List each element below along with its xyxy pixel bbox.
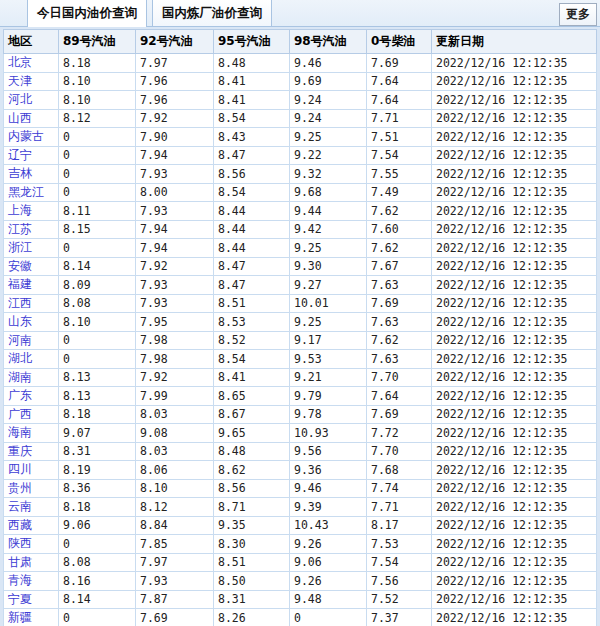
price-cell-92: 7.97 (136, 54, 214, 73)
table-row: 海南9.079.089.6510.937.722022/12/16 12:12:… (4, 424, 597, 443)
price-cell-92: 7.85 (136, 535, 214, 554)
update-date-cell: 2022/12/16 12:12:35 (432, 313, 597, 332)
region-link[interactable]: 湖南 (8, 370, 32, 384)
table-row: 湖南8.137.928.419.217.702022/12/16 12:12:3… (4, 368, 597, 387)
price-cell-89: 0 (59, 331, 136, 350)
region-link[interactable]: 黑龙江 (8, 185, 44, 199)
price-cell-95: 8.51 (214, 294, 290, 313)
price-cell-89: 8.10 (59, 72, 136, 91)
price-cell-89: 0 (59, 535, 136, 554)
region-link[interactable]: 青海 (8, 573, 32, 587)
table-row: 广东8.137.998.659.797.642022/12/16 12:12:3… (4, 387, 597, 406)
price-cell-98: 9.32 (290, 165, 367, 184)
column-header-update-date: 更新日期 (432, 30, 597, 54)
region-link[interactable]: 天津 (8, 74, 32, 88)
price-cell-89: 8.09 (59, 276, 136, 295)
region-link[interactable]: 江苏 (8, 222, 32, 236)
price-cell-98: 9.25 (290, 128, 367, 147)
price-cell-98: 9.26 (290, 535, 367, 554)
region-link[interactable]: 河南 (8, 333, 32, 347)
region-link[interactable]: 湖北 (8, 351, 32, 365)
price-cell-diesel0: 7.60 (367, 220, 432, 239)
price-cell-89: 0 (59, 350, 136, 369)
oil-price-table: 地区 89号汽油 92号汽油 95号汽油 98号汽油 0号柴油 更新日期 北京8… (3, 29, 597, 626)
region-link[interactable]: 海南 (8, 425, 32, 439)
update-date-cell: 2022/12/16 12:12:35 (432, 202, 597, 221)
price-cell-95: 8.67 (214, 405, 290, 424)
region-link[interactable]: 江西 (8, 296, 32, 310)
price-cell-89: 8.15 (59, 220, 136, 239)
price-cell-98: 9.44 (290, 202, 367, 221)
price-cell-89: 8.11 (59, 202, 136, 221)
region-link[interactable]: 西藏 (8, 518, 32, 532)
price-cell-98: 10.93 (290, 424, 367, 443)
region-cell: 福建 (4, 276, 59, 295)
price-cell-89: 8.31 (59, 442, 136, 461)
more-link[interactable]: 更多 (559, 3, 597, 26)
region-link[interactable]: 安徽 (8, 259, 32, 273)
update-date-cell: 2022/12/16 12:12:35 (432, 479, 597, 498)
region-link[interactable]: 重庆 (8, 444, 32, 458)
price-cell-98: 10.01 (290, 294, 367, 313)
region-link[interactable]: 新疆 (8, 610, 32, 624)
update-date-cell: 2022/12/16 12:12:35 (432, 535, 597, 554)
table-row: 云南8.188.128.719.397.712022/12/16 12:12:3… (4, 498, 597, 517)
region-link[interactable]: 宁夏 (8, 592, 32, 606)
region-cell: 天津 (4, 72, 59, 91)
price-cell-89: 8.08 (59, 553, 136, 572)
region-link[interactable]: 上海 (8, 203, 32, 217)
region-link[interactable]: 河北 (8, 92, 32, 106)
region-link[interactable]: 广东 (8, 388, 32, 402)
price-cell-diesel0: 7.49 (367, 183, 432, 202)
tab-domestic-refinery-oil-price[interactable]: 国内炼厂油价查询 (152, 0, 272, 26)
price-cell-95: 8.51 (214, 553, 290, 572)
region-link[interactable]: 陕西 (8, 536, 32, 550)
update-date-cell: 2022/12/16 12:12:35 (432, 350, 597, 369)
update-date-cell: 2022/12/16 12:12:35 (432, 54, 597, 73)
price-cell-89: 8.13 (59, 387, 136, 406)
region-link[interactable]: 北京 (8, 55, 32, 69)
price-cell-98: 9.24 (290, 109, 367, 128)
price-cell-95: 8.52 (214, 331, 290, 350)
region-link[interactable]: 福建 (8, 277, 32, 291)
region-link[interactable]: 广西 (8, 407, 32, 421)
region-cell: 重庆 (4, 442, 59, 461)
column-header-region: 地区 (4, 30, 59, 54)
region-link[interactable]: 内蒙古 (8, 129, 44, 143)
region-link[interactable]: 山西 (8, 111, 32, 125)
update-date-cell: 2022/12/16 12:12:35 (432, 220, 597, 239)
region-link[interactable]: 浙江 (8, 240, 32, 254)
price-cell-diesel0: 7.54 (367, 146, 432, 165)
column-header-gasoline-92: 92号汽油 (136, 30, 214, 54)
price-cell-diesel0: 7.63 (367, 313, 432, 332)
update-date-cell: 2022/12/16 12:12:35 (432, 109, 597, 128)
region-link[interactable]: 四川 (8, 462, 32, 476)
price-cell-95: 8.44 (214, 220, 290, 239)
tab-today-domestic-oil-price[interactable]: 今日国内油价查询 (27, 0, 147, 27)
price-cell-89: 8.14 (59, 257, 136, 276)
region-link[interactable]: 吉林 (8, 166, 32, 180)
region-link[interactable]: 云南 (8, 499, 32, 513)
price-cell-92: 7.98 (136, 350, 214, 369)
price-cell-95: 8.31 (214, 590, 290, 609)
region-link[interactable]: 山东 (8, 314, 32, 328)
price-cell-89: 8.19 (59, 461, 136, 480)
price-cell-diesel0: 7.71 (367, 498, 432, 517)
price-cell-89: 0 (59, 165, 136, 184)
price-cell-92: 7.94 (136, 239, 214, 258)
price-cell-92: 8.00 (136, 183, 214, 202)
region-link[interactable]: 甘肃 (8, 555, 32, 569)
price-cell-diesel0: 7.52 (367, 590, 432, 609)
price-cell-92: 8.03 (136, 405, 214, 424)
table-row: 山西8.127.928.549.247.712022/12/16 12:12:3… (4, 109, 597, 128)
update-date-cell: 2022/12/16 12:12:35 (432, 553, 597, 572)
region-cell: 贵州 (4, 479, 59, 498)
price-cell-92: 7.93 (136, 165, 214, 184)
price-cell-89: 9.06 (59, 516, 136, 535)
region-link[interactable]: 贵州 (8, 481, 32, 495)
region-link[interactable]: 辽宁 (8, 148, 32, 162)
price-cell-diesel0: 7.63 (367, 350, 432, 369)
column-header-gasoline-95: 95号汽油 (214, 30, 290, 54)
table-row: 浙江07.948.449.257.622022/12/16 12:12:35 (4, 239, 597, 258)
price-cell-diesel0: 7.62 (367, 202, 432, 221)
